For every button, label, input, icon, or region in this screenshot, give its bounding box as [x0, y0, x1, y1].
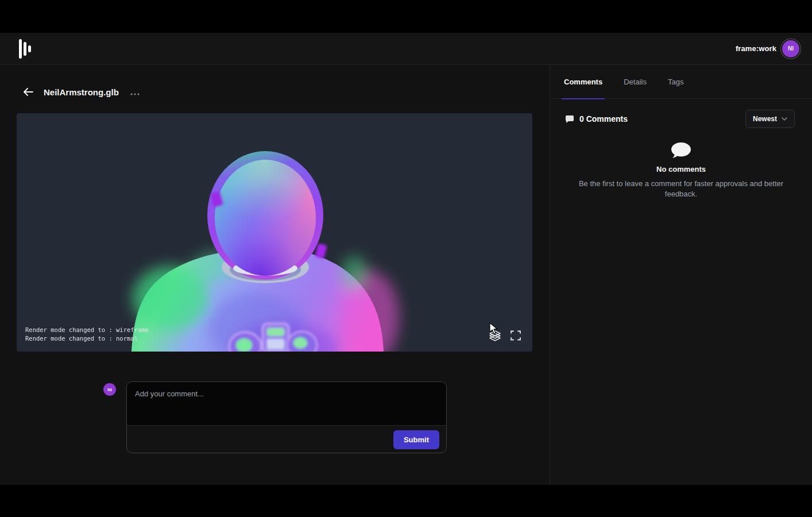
chevron-down-icon — [782, 117, 787, 121]
file-title-row: NeilArmstrong.glb — [22, 86, 142, 98]
expand-icon — [511, 330, 521, 341]
fullscreen-button[interactable] — [511, 330, 521, 342]
compose-avatar: NI — [103, 383, 116, 396]
page-title: NeilArmstrong.glb — [44, 87, 119, 97]
empty-description: Be the first to leave a comment for fast… — [569, 179, 793, 199]
tab-details[interactable]: Details — [624, 65, 647, 99]
render-log-line: Render mode changed to : normal — [25, 334, 149, 343]
user-avatar[interactable]: NI — [782, 40, 799, 57]
back-button[interactable] — [22, 86, 34, 98]
ellipsis-icon — [130, 93, 140, 95]
render-mode-button[interactable] — [488, 329, 502, 344]
tab-tags[interactable]: Tags — [668, 65, 683, 99]
compose-footer: Submit — [127, 426, 446, 453]
arrow-left-icon — [23, 88, 33, 96]
comment-bubble-icon — [565, 115, 574, 124]
side-panel: Comments Details Tags 0 Comments Newest — [550, 65, 812, 485]
tab-comments[interactable]: Comments — [564, 65, 602, 99]
brand-name: frame:work — [736, 44, 776, 53]
compose-box: Submit — [126, 381, 447, 453]
render-log: Render mode changed to : wireframe Rende… — [25, 326, 149, 342]
render-log-line: Render mode changed to : wireframe — [25, 326, 149, 334]
top-bar: frame:work NI — [0, 33, 812, 65]
comment-count: 0 Comments — [579, 114, 628, 124]
app-logo-icon — [19, 39, 31, 59]
submit-button[interactable]: Submit — [393, 430, 439, 449]
viewport-actions — [488, 329, 521, 344]
panel-tabs: Comments Details Tags — [550, 65, 812, 99]
model-viewport[interactable]: Render mode changed to : wireframe Rende… — [17, 113, 532, 352]
main-content: NeilArmstrong.glb — [0, 65, 550, 485]
layers-icon — [488, 329, 502, 342]
sort-selected-value: Newest — [753, 115, 777, 123]
empty-title: No comments — [569, 165, 793, 173]
more-options-button[interactable] — [128, 87, 142, 98]
app-window: frame:work NI NeilArmstrong.glb — [0, 33, 812, 485]
speech-bubble-icon — [671, 142, 691, 159]
empty-state: No comments Be the first to leave a comm… — [569, 142, 793, 199]
comment-input[interactable] — [127, 382, 446, 426]
sort-dropdown[interactable]: Newest — [745, 110, 795, 128]
comments-header: 0 Comments Newest — [550, 99, 812, 128]
astronaut-model-render — [17, 113, 532, 352]
